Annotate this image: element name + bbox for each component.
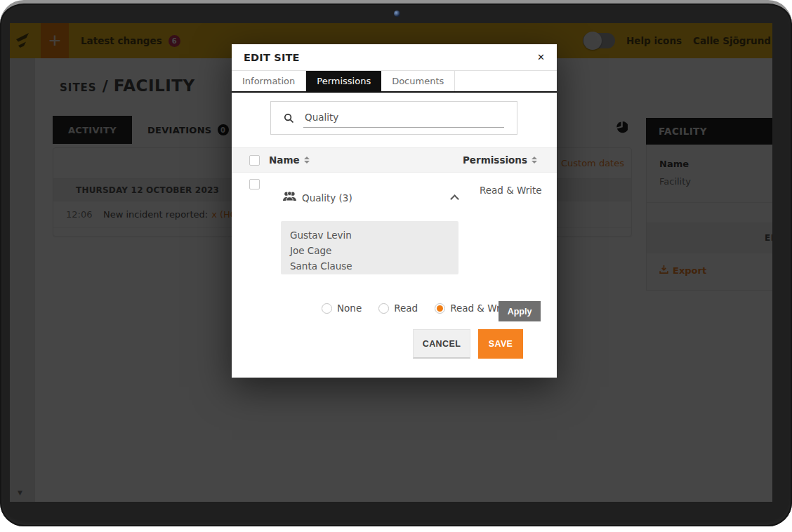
group-name: Quality (3) — [302, 192, 352, 204]
radio-none-label: None — [337, 302, 362, 314]
member-item: Gustav Levin — [290, 227, 458, 243]
radio-read-write-control[interactable] — [435, 303, 445, 314]
chevron-up-icon[interactable] — [450, 194, 459, 204]
tablet-device: + Latest changes 6 Help icons Calle Sjög… — [0, 0, 792, 532]
modal-tab-bar: Information Permissions Documents — [232, 71, 557, 93]
radio-none[interactable]: None — [322, 302, 362, 314]
radio-read-control[interactable] — [378, 303, 389, 314]
apply-button[interactable]: Apply — [499, 301, 541, 321]
member-item: Joe Cage — [290, 243, 458, 258]
group-icon — [283, 192, 296, 204]
group-row-checkbox[interactable] — [249, 179, 260, 189]
permissions-column-label: Permissions — [463, 154, 527, 166]
table-header: Name Permissions — [232, 147, 557, 173]
group-row[interactable]: Quality (3) — [283, 192, 352, 204]
modal-title: EDIT SITE — [244, 52, 300, 63]
search-icon — [284, 113, 294, 128]
search-input[interactable] — [303, 112, 504, 128]
radio-read-label: Read — [394, 302, 418, 314]
search-box — [270, 101, 517, 135]
permissions-column-header: Permissions — [463, 154, 537, 166]
group-members-list: Gustav Levin Joe Cage Santa Clause — [281, 221, 458, 274]
sort-icon[interactable] — [532, 157, 537, 164]
tab-information[interactable]: Information — [232, 71, 306, 91]
tab-permissions[interactable]: Permissions — [306, 71, 381, 91]
name-column-header: Name — [269, 154, 300, 166]
select-all-checkbox[interactable] — [249, 155, 260, 166]
camera-dot — [394, 11, 400, 17]
member-item: Santa Clause — [290, 258, 458, 274]
cancel-button[interactable]: CANCEL — [413, 329, 470, 359]
radio-none-control[interactable] — [322, 303, 332, 314]
close-icon[interactable]: ✕ — [537, 52, 545, 62]
tab-documents[interactable]: Documents — [381, 71, 455, 91]
app-screen: + Latest changes 6 Help icons Calle Sjög… — [10, 23, 772, 502]
group-permission-value: Read & Write — [480, 185, 542, 196]
permission-options: None Read Read & Write — [322, 302, 513, 314]
save-button[interactable]: SAVE — [478, 329, 523, 359]
radio-read[interactable]: Read — [378, 302, 418, 314]
edit-site-modal: EDIT SITE ✕ Information Permissions Docu… — [232, 44, 557, 378]
modal-header: EDIT SITE ✕ — [232, 44, 557, 71]
tablet-frame: + Latest changes 6 Help icons Calle Sjög… — [0, 0, 792, 526]
sort-icon[interactable] — [304, 157, 310, 164]
